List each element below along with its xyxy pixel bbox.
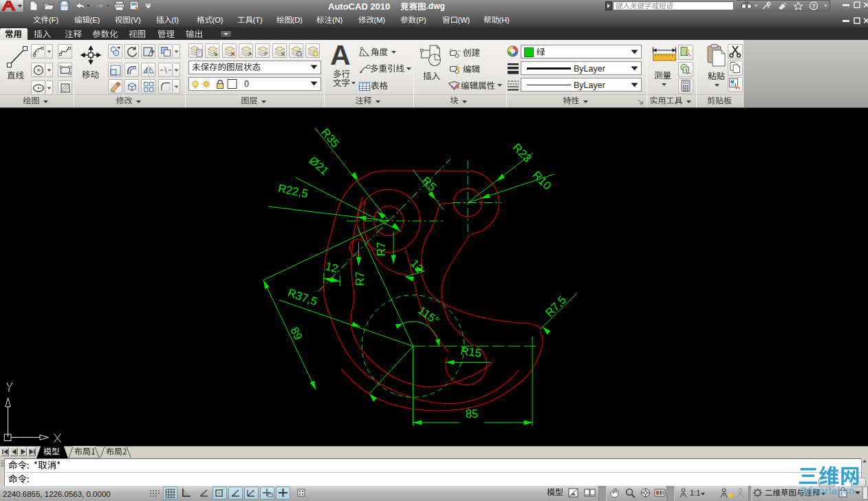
svg-text:R7: R7: [375, 242, 387, 256]
svg-text:85: 85: [466, 407, 478, 420]
svg-text:?: ?: [812, 3, 815, 10]
svg-text:ByLayer: ByLayer: [574, 81, 605, 90]
svg-text:R7: R7: [354, 271, 366, 286]
svg-text:ByLayer: ByLayer: [574, 64, 605, 74]
